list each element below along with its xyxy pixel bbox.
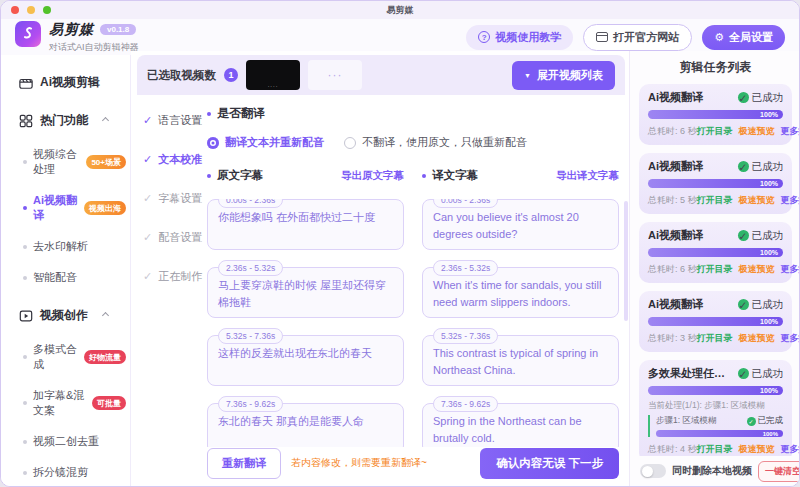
source-subtitle-cell[interactable]: 5.32s - 7.36s这样的反差就出现在东北的春天 xyxy=(207,335,404,386)
task-panel: 剪辑任务列表 Ai视频翻译 ✓已成功 100% 总耗时: 6 秒 打开目录 极速… xyxy=(629,51,800,486)
task-card: Ai视频翻译 ✓已成功 100% 总耗时: 6 秒 打开目录 极速预览 更多操作 xyxy=(639,222,792,283)
sidebar-item-watermark-removal[interactable]: 去水印解析 xyxy=(1,231,130,262)
chevron-up-icon xyxy=(102,312,109,319)
export-target-link[interactable]: 导出译文字幕 xyxy=(556,169,619,183)
sidebar-item-video-processing[interactable]: 视频综合处理 50+场景 xyxy=(1,139,130,185)
more-videos-tile[interactable]: ··· xyxy=(308,60,362,90)
more-actions-link[interactable]: 更多操作 xyxy=(781,263,800,276)
task-time: 总耗时: 3 秒 xyxy=(648,332,697,345)
quick-preview-link[interactable]: 极速预览 xyxy=(739,443,775,456)
quick-preview-link[interactable]: 极速预览 xyxy=(739,263,775,276)
sidebar-item-multimode-compose[interactable]: 多模式合成 好物流量 xyxy=(1,334,130,380)
sidebar-item-ai-video-edit[interactable]: Ai视频剪辑 xyxy=(13,67,118,98)
target-subtitle-cell[interactable]: 5.32s - 7.36sThis contrast is typical of… xyxy=(422,335,619,386)
video-create-icon xyxy=(19,309,33,323)
open-directory-link[interactable]: 打开目录 xyxy=(697,443,733,456)
quick-preview-link[interactable]: 极速预览 xyxy=(739,332,775,345)
task-time: 总耗时: 4 秒 xyxy=(648,443,697,456)
task-card-multieffect: 多效果处理任务-东北的春天... ✓已成功 100% 当前处理(1/1): 步骤… xyxy=(639,360,792,463)
timestamp-badge: 7.36s - 9.62s xyxy=(433,396,498,412)
quick-preview-link[interactable]: 极速预览 xyxy=(739,125,775,138)
status-badge: ✓已成功 xyxy=(738,367,784,381)
open-directory-link[interactable]: 打开目录 xyxy=(697,263,733,276)
sidebar-section-hot[interactable]: 热门功能 xyxy=(13,106,118,135)
step-language: ✓语言设置 xyxy=(143,113,205,128)
confirm-next-button[interactable]: 确认内容无误 下一步 xyxy=(480,448,619,479)
more-actions-link[interactable]: 更多操作 xyxy=(781,125,800,138)
radio-translate-redub[interactable]: 翻译文本并重新配音 xyxy=(207,135,324,150)
bullet-icon xyxy=(207,112,211,116)
global-settings-button[interactable]: ⚙ 全局设置 xyxy=(702,25,785,50)
substep-progress-bar: 100% xyxy=(656,430,783,437)
progress-bar: 100% xyxy=(648,110,783,119)
task-time: 总耗时: 6 秒 xyxy=(648,263,697,276)
target-subtitle-header: 译文字幕 xyxy=(422,168,478,183)
export-source-link[interactable]: 导出原文字幕 xyxy=(341,169,404,183)
status-badge: ✓已成功 xyxy=(738,160,784,174)
selected-videos-label: 已选取视频数 xyxy=(147,68,216,83)
more-actions-link[interactable]: 更多操作 xyxy=(781,194,800,207)
subtitle-row: 2.36s - 5.32s马上要穿凉鞋的时候 屋里却还得穿棉拖鞋 2.36s -… xyxy=(207,267,619,318)
radio-no-translate[interactable]: 不翻译，使用原文，只做重新配音 xyxy=(344,135,527,150)
success-check-icon: ✓ xyxy=(738,230,749,241)
task-name: 多效果处理任务-东北的春天... xyxy=(648,366,734,381)
overseas-badge: 视频出海 xyxy=(84,201,126,215)
target-subtitle-cell[interactable]: 2.36s - 5.32sWhen it's time for sandals,… xyxy=(422,267,619,318)
open-directory-link[interactable]: 打开目录 xyxy=(697,332,733,345)
task-panel-footer: 同时删除本地视频 一键清空所有任务 xyxy=(630,456,800,486)
source-subtitle-cell[interactable]: 7.36s - 9.62s东北的春天 那真的是能要人命 xyxy=(207,403,404,451)
timestamp-badge: 5.32s - 7.36s xyxy=(433,328,498,344)
selected-videos-bar: 已选取视频数 1 ··· ▼ 展开视频列表 xyxy=(137,55,625,95)
step-text-proof: ✓文本校准 xyxy=(143,152,205,167)
open-directory-link[interactable]: 打开目录 xyxy=(697,125,733,138)
source-subtitle-cell[interactable]: 2.36s - 5.32s马上要穿凉鞋的时候 屋里却还得穿棉拖鞋 xyxy=(207,267,404,318)
triangle-down-icon: ▼ xyxy=(524,72,531,79)
official-website-button[interactable]: 打开官方网站 xyxy=(583,24,692,51)
video-tutorial-button[interactable]: ? 视频使用教学 xyxy=(466,25,573,50)
scene-count-badge: 50+场景 xyxy=(86,155,126,169)
sidebar-item-shot-remix[interactable]: 拆分镜混剪 xyxy=(1,457,130,487)
target-subtitle-cell[interactable]: 0.00s - 2.36sCan you believe it's almost… xyxy=(422,199,619,250)
translate-content: 是否翻译 翻译文本并重新配音 不翻译，使用原文，只做重新配音 原文字幕 导出原文… xyxy=(207,105,619,486)
task-time: 总耗时: 5 秒 xyxy=(648,194,697,207)
step-subtitle: ✓字幕设置 xyxy=(143,191,205,206)
sidebar-item-ai-translate[interactable]: Ai视频翻译 视频出海 xyxy=(1,185,130,231)
app-header: 易剪媒 v0.1.8 对话式AI自动剪辑神器 ? 视频使用教学 打开官方网站 ⚙… xyxy=(1,19,799,55)
translate-footer: 重新翻译 若内容修改，则需要重新翻译~ 确认内容无误 下一步 xyxy=(207,447,619,479)
task-card: Ai视频翻译 ✓已成功 100% 总耗时: 5 秒 打开目录 极速预览 更多操作 xyxy=(639,153,792,214)
version-badge: v0.1.8 xyxy=(100,24,136,35)
scrollbar-thumb[interactable] xyxy=(624,201,628,321)
sidebar-section-create[interactable]: 视频创作 xyxy=(13,301,118,330)
task-name: Ai视频翻译 xyxy=(648,297,734,312)
success-check-icon: ✓ xyxy=(738,92,749,103)
timestamp-badge: 0.00s - 2.36s xyxy=(218,199,283,208)
task-name: Ai视频翻译 xyxy=(648,159,734,174)
browser-icon xyxy=(596,32,608,42)
open-directory-link[interactable]: 打开目录 xyxy=(697,194,733,207)
expand-video-list-button[interactable]: ▼ 展开视频列表 xyxy=(512,61,615,90)
sidebar-item-smart-dubbing[interactable]: 智能配音 xyxy=(1,262,130,293)
edit-hint-text: 若内容修改，则需要重新翻译~ xyxy=(291,456,427,470)
delete-local-toggle[interactable] xyxy=(640,464,666,478)
clear-all-tasks-button[interactable]: 一键清空所有任务 xyxy=(758,461,800,482)
retranslate-button[interactable]: 重新翻译 xyxy=(207,448,281,479)
app-tagline: 对话式AI自动剪辑神器 xyxy=(49,41,139,54)
sidebar-item-dedup[interactable]: 视频二创去重 xyxy=(1,426,130,457)
source-subtitle-header: 原文字幕 xyxy=(207,168,263,183)
task-card: Ai视频翻译 ✓已成功 100% 总耗时: 6 秒 打开目录 极速预览 更多操作 xyxy=(639,84,792,145)
clapperboard-icon xyxy=(19,76,33,90)
more-actions-link[interactable]: 更多操作 xyxy=(781,332,800,345)
video-thumbnail[interactable] xyxy=(246,60,300,90)
more-actions-link[interactable]: 更多操作 xyxy=(781,443,800,456)
bullet-icon xyxy=(207,174,211,178)
subtitle-row: 7.36s - 9.62s东北的春天 那真的是能要人命 7.36s - 9.62… xyxy=(207,403,619,451)
traffic-badge: 好物流量 xyxy=(84,350,126,364)
source-subtitle-cell[interactable]: 0.00s - 2.36s你能想象吗 在外面都快过二十度 xyxy=(207,199,404,250)
quick-preview-link[interactable]: 极速预览 xyxy=(739,194,775,207)
progress-bar: 100% xyxy=(648,317,783,326)
target-subtitle-cell[interactable]: 7.36s - 9.62sSpring in the Northeast can… xyxy=(422,403,619,451)
subtitle-list[interactable]: 0.00s - 2.36s你能想象吗 在外面都快过二十度 0.00s - 2.3… xyxy=(207,199,619,451)
status-badge: ✓已成功 xyxy=(738,91,784,105)
sidebar-item-subtitle-copy[interactable]: 加字幕&混文案 可批量 xyxy=(1,380,130,426)
sidebar: Ai视频剪辑 热门功能 视频综合处理 50+场景 Ai视频翻译 视频出海 去水印… xyxy=(1,55,131,486)
